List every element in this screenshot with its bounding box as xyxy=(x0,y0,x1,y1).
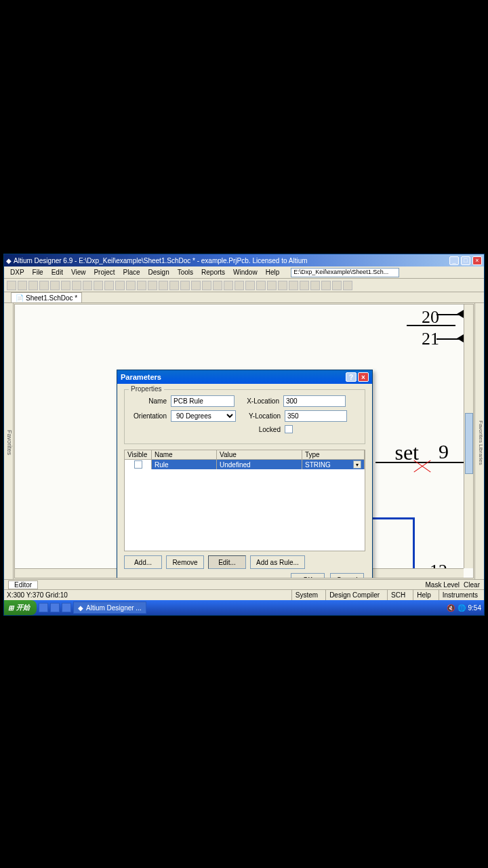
dialog-titlebar[interactable]: Parameters ? × xyxy=(117,370,372,384)
document-tab[interactable]: 📄 Sheet1.SchDoc * xyxy=(11,292,82,302)
toolbar-button[interactable] xyxy=(50,281,60,290)
menu-tools[interactable]: Tools xyxy=(174,268,197,277)
editor-tab[interactable]: Editor xyxy=(8,580,38,589)
toolbar-button[interactable] xyxy=(245,281,255,290)
ylocation-input[interactable] xyxy=(285,410,347,422)
menu-bar[interactable]: DXP File Edit View Project Place Design … xyxy=(4,267,484,279)
locked-checkbox[interactable] xyxy=(285,425,293,433)
menu-dxp[interactable]: DXP xyxy=(7,268,28,277)
dialog-help-button[interactable]: ? xyxy=(346,372,357,382)
toolbar-button[interactable] xyxy=(39,281,49,290)
toolbar-button[interactable] xyxy=(18,281,27,290)
toolbar-button[interactable] xyxy=(202,281,211,290)
orientation-select[interactable]: 90 Degrees xyxy=(171,410,236,422)
start-button[interactable]: ⊞ 开始 xyxy=(4,600,37,615)
status-design-compiler[interactable]: Design Compiler xyxy=(325,590,383,600)
menu-file[interactable]: File xyxy=(29,268,47,277)
toolbar-button[interactable] xyxy=(332,281,342,290)
add-button[interactable]: Add... xyxy=(124,555,162,569)
status-system[interactable]: System xyxy=(291,590,321,600)
right-panel-strip[interactable]: Favorites Libraries xyxy=(474,303,484,579)
windows-taskbar[interactable]: ⊞ 开始 ◆ Altium Designer ... 🔇 🌐 9:54 xyxy=(4,600,484,615)
tray-icon[interactable]: 🌐 xyxy=(458,604,466,612)
toolbar-button[interactable] xyxy=(256,281,266,290)
toolbar-button[interactable] xyxy=(278,281,287,290)
maximize-button[interactable]: □ xyxy=(461,256,470,265)
dialog-close-button[interactable]: × xyxy=(358,372,369,382)
col-type[interactable]: Type xyxy=(302,450,365,459)
menu-help[interactable]: Help xyxy=(262,268,283,277)
document-tab-bar[interactable]: 📄 Sheet1.SchDoc * xyxy=(4,292,484,303)
cell-type[interactable]: STRING ▾ xyxy=(302,460,365,469)
menu-project[interactable]: Project xyxy=(90,268,118,277)
menu-reports[interactable]: Reports xyxy=(198,268,228,277)
cancel-button[interactable]: Cancel xyxy=(330,573,364,578)
app-titlebar[interactable]: ◆ Altium Designer 6.9 - E:\Dxp_Keil\exam… xyxy=(4,254,484,267)
toolbar-button[interactable] xyxy=(72,281,81,290)
status-sch[interactable]: SCH xyxy=(387,590,409,600)
quick-launch-icon[interactable] xyxy=(62,603,71,612)
close-button[interactable]: × xyxy=(472,256,482,265)
toolbar-button[interactable] xyxy=(94,281,103,290)
tray-icon[interactable]: 🔇 xyxy=(447,604,455,612)
toolbar-button[interactable] xyxy=(300,281,309,290)
toolbar-button[interactable] xyxy=(61,281,70,290)
path-box[interactable]: E:\Dxp_Keil\example\Sheet1.Sch... xyxy=(291,268,399,277)
row-visible-checkbox[interactable] xyxy=(134,460,142,469)
table-header[interactable]: Visible Name Value Type xyxy=(125,450,365,460)
toolbar-button[interactable] xyxy=(343,281,352,290)
status-instruments[interactable]: Instruments xyxy=(439,590,481,600)
toolbar-button[interactable] xyxy=(28,281,38,290)
toolbar-button[interactable] xyxy=(321,281,331,290)
toolbar-button[interactable] xyxy=(115,281,125,290)
quick-launch-icon[interactable] xyxy=(39,603,48,612)
toolbar-button[interactable] xyxy=(224,281,233,290)
toolbar-button[interactable] xyxy=(235,281,244,290)
toolbar-button[interactable] xyxy=(137,281,146,290)
main-toolbar[interactable] xyxy=(4,279,484,292)
toolbar-button[interactable] xyxy=(267,281,277,290)
add-as-rule-button[interactable]: Add as Rule... xyxy=(250,555,305,569)
bottom-tab-bar[interactable]: Editor Mask Level Clear xyxy=(4,579,484,589)
taskbar-app-button[interactable]: ◆ Altium Designer ... xyxy=(73,601,146,614)
toolbar-button[interactable] xyxy=(148,281,157,290)
type-dropdown-button[interactable]: ▾ xyxy=(353,460,361,469)
clear-link[interactable]: Clear xyxy=(464,581,480,589)
toolbar-button[interactable] xyxy=(180,281,190,290)
menu-design[interactable]: Design xyxy=(145,268,173,277)
menu-edit[interactable]: Edit xyxy=(48,268,66,277)
col-name[interactable]: Name xyxy=(152,450,217,459)
quick-launch-icon[interactable] xyxy=(50,603,60,612)
system-tray[interactable]: 🔇 🌐 9:54 xyxy=(447,604,481,612)
schematic-canvas[interactable]: 20 21 set 9 C7 12 Parameters ? xyxy=(14,304,474,578)
menu-window[interactable]: Window xyxy=(230,268,261,277)
minimize-button[interactable]: _ xyxy=(449,256,459,265)
table-row[interactable]: Rule Undefined STRING ▾ xyxy=(125,460,365,469)
toolbar-button[interactable] xyxy=(7,281,16,290)
edit-button[interactable]: Edit... xyxy=(208,555,246,569)
toolbar-button[interactable] xyxy=(126,281,136,290)
toolbar-button[interactable] xyxy=(83,281,92,290)
toolbar-button[interactable] xyxy=(169,281,179,290)
mask-level-link[interactable]: Mask Level xyxy=(426,581,460,589)
toolbar-button[interactable] xyxy=(289,281,298,290)
col-visible[interactable]: Visible xyxy=(125,450,152,459)
toolbar-button[interactable] xyxy=(104,281,114,290)
toolbar-button[interactable] xyxy=(159,281,168,290)
xlocation-input[interactable] xyxy=(283,395,346,407)
remove-button[interactable]: Remove xyxy=(166,555,204,569)
name-input[interactable] xyxy=(171,395,235,407)
scrollbar-thumb[interactable] xyxy=(465,413,473,474)
cell-name[interactable]: Rule xyxy=(152,460,217,469)
cell-value[interactable]: Undefined xyxy=(217,460,302,469)
col-value[interactable]: Value xyxy=(217,450,302,459)
toolbar-button[interactable] xyxy=(310,281,320,290)
toolbar-button[interactable] xyxy=(213,281,222,290)
menu-view[interactable]: View xyxy=(68,268,89,277)
status-help[interactable]: Help xyxy=(413,590,434,600)
left-panel-strip[interactable]: Favorites xyxy=(4,303,14,579)
toolbar-button[interactable] xyxy=(191,281,201,290)
ok-button[interactable]: OK xyxy=(291,573,325,578)
menu-place[interactable]: Place xyxy=(120,268,144,277)
parameters-table[interactable]: Visible Name Value Type Rule Undefined S… xyxy=(124,450,365,551)
